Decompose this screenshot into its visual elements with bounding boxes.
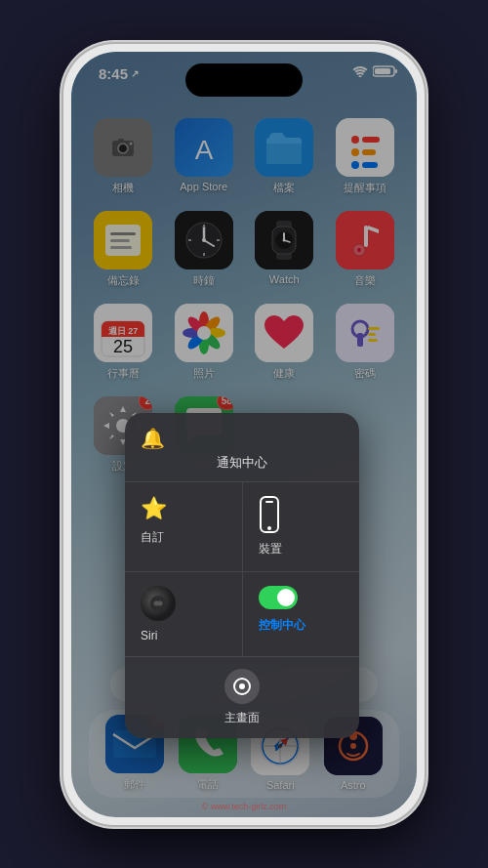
svg-rect-89 <box>265 501 273 503</box>
control-center-label: 控制中心 <box>259 617 305 634</box>
context-menu-top: 🔔 通知中心 <box>125 413 359 482</box>
bell-icon: 🔔 <box>141 427 165 450</box>
context-menu: 🔔 通知中心 ⭐ 自訂 <box>125 413 359 738</box>
context-menu-bottom[interactable]: 主畫面 <box>125 656 359 738</box>
watermark-text: © www.tech-girlz.com <box>202 802 287 811</box>
watermark: © www.tech-girlz.com <box>202 802 287 811</box>
customize-label: 自訂 <box>141 529 164 546</box>
notification-center-label: 通知中心 <box>217 454 267 472</box>
device-icon <box>259 496 280 533</box>
context-customize[interactable]: ⭐ 自訂 <box>125 482 242 571</box>
context-device[interactable]: 裝置 <box>243 482 360 571</box>
context-control-center[interactable]: 控制中心 <box>243 572 360 656</box>
device-label: 裝置 <box>259 541 282 558</box>
toggle-icon <box>259 586 298 609</box>
home-screen-label: 主畫面 <box>224 710 260 726</box>
siri-label: Siri <box>141 629 157 642</box>
context-menu-grid: ⭐ 自訂 裝置 <box>125 482 359 656</box>
home-icon <box>224 669 260 704</box>
star-icon: ⭐ <box>141 496 167 521</box>
svg-point-92 <box>239 683 245 689</box>
siri-icon <box>141 586 176 621</box>
phone-frame: 8:45 ↗ <box>63 44 425 825</box>
context-siri[interactable]: Siri <box>125 572 242 656</box>
phone-screen: 8:45 ↗ <box>71 52 417 817</box>
svg-point-88 <box>267 526 271 530</box>
